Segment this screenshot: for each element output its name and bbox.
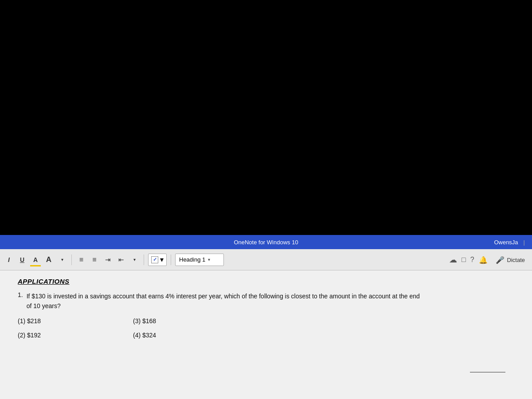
outdent-button[interactable]: ⇤ <box>116 253 126 266</box>
answer-2: (2) $192 <box>18 332 115 339</box>
dictate-label: Dictate <box>507 257 525 263</box>
dictate-button[interactable]: 🎤 Dictate <box>492 254 528 266</box>
user-name: OwensJa <box>494 239 518 246</box>
title-bar-right: OwensJa | <box>494 235 525 249</box>
checkbox-icon <box>151 256 158 263</box>
italic-button[interactable]: I <box>4 253 14 266</box>
underline-button[interactable]: U <box>17 253 27 266</box>
list-dropdown-chevron[interactable]: ▾ <box>129 253 140 266</box>
help-icon[interactable]: ? <box>470 256 474 264</box>
checkbox-chevron: ▾ <box>160 255 164 264</box>
separator-line: | <box>524 239 525 246</box>
title-bar: OneNote for Windows 10 <box>0 235 532 249</box>
answer-1: (1) $218 <box>18 317 115 325</box>
microphone-icon: 🎤 <box>496 256 505 264</box>
separator-2 <box>144 254 144 265</box>
indent-button[interactable]: ⇥ <box>102 253 113 266</box>
bell-icon[interactable]: 🔔 <box>479 256 488 264</box>
question-text: If $130 is invested in a savings account… <box>27 291 426 311</box>
font-color-indicator <box>30 265 41 266</box>
underline-decoration <box>470 372 505 372</box>
separator-1 <box>71 254 72 265</box>
window-icon[interactable]: □ <box>462 256 466 264</box>
black-background <box>0 0 532 235</box>
style-chevron: ▾ <box>208 257 210 262</box>
cloud-icon[interactable]: ☁ <box>449 255 457 265</box>
checkbox-button[interactable]: ▾ <box>148 254 167 266</box>
answer-3: (3) $168 <box>133 317 231 325</box>
section-title: APPLICATIONS <box>18 278 514 285</box>
answers-grid: (1) $218 (3) $168 (2) $192 (4) $324 <box>18 317 514 339</box>
toolbar-right: ☁ □ ? 🔔 🎤 Dictate <box>449 249 528 270</box>
numbered-list-button[interactable]: ≡ <box>89 253 100 266</box>
app-title: OneNote for Windows 10 <box>234 239 298 246</box>
question-block: 1. If $130 is invested in a savings acco… <box>18 291 514 311</box>
question-number: 1. <box>18 291 23 311</box>
font-dropdown-chevron[interactable]: ▾ <box>57 253 67 266</box>
font-size-button[interactable]: A <box>43 253 54 266</box>
style-dropdown[interactable]: Heading 1 ▾ <box>175 254 224 266</box>
list-button[interactable]: ≡ <box>76 253 86 266</box>
answer-4: (4) $324 <box>133 332 231 339</box>
separator-3 <box>171 254 171 265</box>
style-label: Heading 1 <box>179 256 205 263</box>
font-color-button[interactable]: A <box>30 253 41 266</box>
content-area: APPLICATIONS 1. If $130 is invested in a… <box>0 270 532 399</box>
